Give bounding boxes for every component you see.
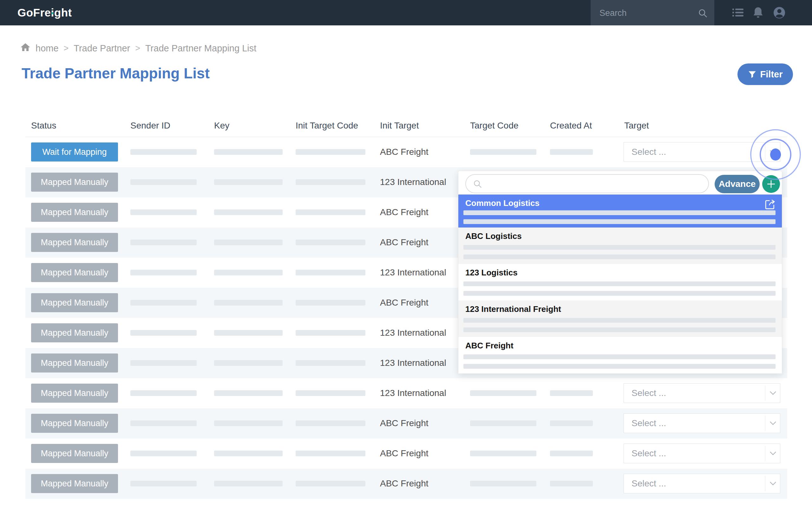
init-target-value: ABC Freight xyxy=(380,418,428,428)
chevron-down-icon[interactable] xyxy=(769,421,776,427)
target-select[interactable]: Select ... xyxy=(624,443,780,463)
add-new-target-button[interactable] xyxy=(762,175,780,193)
dropdown-search-input[interactable] xyxy=(488,175,702,193)
sender-id-placeholder-bar xyxy=(130,179,197,185)
init-target-code-placeholder-bar xyxy=(296,209,365,215)
status-badge[interactable]: Mapped Manually xyxy=(31,323,118,342)
dropdown-option[interactable]: ABC Logistics xyxy=(458,227,782,264)
init-target-value: ABC Freight xyxy=(380,298,428,308)
home-icon[interactable] xyxy=(20,43,31,54)
target-select[interactable]: Select ... xyxy=(624,414,780,433)
option-placeholder-bar xyxy=(463,291,775,296)
status-badge[interactable]: Mapped Manually xyxy=(31,173,118,192)
status-badge[interactable]: Mapped Manually xyxy=(31,444,118,463)
global-search-input[interactable] xyxy=(599,0,695,26)
bell-icon[interactable] xyxy=(749,0,768,26)
init-target-code-placeholder-bar xyxy=(296,179,365,185)
breadcrumb-current-page: Trade Partner Mapping List xyxy=(145,43,256,54)
status-badge[interactable]: Mapped Manually xyxy=(31,414,118,433)
option-placeholder-bar xyxy=(463,210,775,215)
table-row: Mapped Manually ABC Freight Select ... xyxy=(26,469,787,499)
chevron-down-icon[interactable] xyxy=(769,150,776,156)
top-nav-bar: GoFreight xyxy=(0,0,812,26)
target-select-placeholder: Select ... xyxy=(632,142,666,162)
target-select[interactable]: Select ... xyxy=(624,474,780,494)
dropdown-search-box[interactable] xyxy=(465,174,709,193)
key-placeholder-bar xyxy=(214,179,283,185)
init-target-value: ABC Freight xyxy=(380,237,428,248)
plus-icon xyxy=(766,179,776,189)
advance-button-label: Advance xyxy=(719,179,756,189)
init-target-code-placeholder-bar xyxy=(296,360,365,366)
table-header-row: StatusSender IDKeyInit Target CodeInit T… xyxy=(26,118,787,136)
dropdown-option[interactable]: Common Logistics xyxy=(458,195,782,227)
table-row: Mapped Manually 123 International Select… xyxy=(26,378,787,408)
column-header: Created At xyxy=(550,121,592,131)
column-header: Init Target Code xyxy=(296,121,358,131)
init-target-value: ABC Freight xyxy=(380,147,428,157)
dropdown-option[interactable]: 123 International Freight xyxy=(458,300,782,337)
dropdown-option-name: ABC Logistics xyxy=(465,231,522,241)
key-placeholder-bar xyxy=(214,209,283,215)
init-target-code-placeholder-bar xyxy=(296,330,365,336)
filter-button-label: Filter xyxy=(760,69,783,80)
breadcrumb-home[interactable]: home xyxy=(36,43,59,54)
select-divider xyxy=(765,446,765,461)
filter-button[interactable]: Filter xyxy=(737,64,793,85)
chevron-down-icon[interactable] xyxy=(769,481,776,487)
option-placeholder-bar xyxy=(463,219,775,224)
gofreight-logo[interactable]: GoFreight xyxy=(17,0,72,26)
breadcrumb-trade-partner[interactable]: Trade Partner xyxy=(74,43,130,54)
init-target-value: ABC Freight xyxy=(380,448,428,459)
dropdown-option-name: 123 Logistics xyxy=(465,268,517,278)
key-placeholder-bar xyxy=(214,451,283,456)
target-select-placeholder: Select ... xyxy=(632,474,666,493)
column-header: Sender ID xyxy=(130,121,170,131)
target-select[interactable]: Select ... xyxy=(624,383,780,403)
external-link-icon[interactable] xyxy=(764,198,776,212)
init-target-value: 123 International xyxy=(380,177,446,187)
status-badge[interactable]: Wait for Mapping xyxy=(31,142,118,162)
status-badge[interactable]: Mapped Manually xyxy=(31,263,118,282)
sender-id-placeholder-bar xyxy=(130,149,197,155)
init-target-code-placeholder-bar xyxy=(296,240,365,245)
init-target-value: ABC Freight xyxy=(380,478,428,489)
option-placeholder-bar xyxy=(463,254,775,259)
init-target-code-placeholder-bar xyxy=(296,481,365,486)
target-select-placeholder: Select ... xyxy=(632,384,666,403)
advance-button[interactable]: Advance xyxy=(715,175,760,193)
dropdown-option[interactable]: 123 Logistics xyxy=(458,264,782,300)
status-badge[interactable]: Mapped Manually xyxy=(31,384,118,403)
option-placeholder-bar xyxy=(463,328,775,332)
user-avatar-icon[interactable] xyxy=(770,0,789,26)
chevron-down-icon[interactable] xyxy=(769,391,776,397)
init-target-value: 123 International xyxy=(380,267,446,278)
status-badge[interactable]: Mapped Manually xyxy=(31,293,118,312)
list-icon[interactable] xyxy=(729,0,748,26)
sender-id-placeholder-bar xyxy=(130,451,197,456)
column-header: Target Code xyxy=(470,121,518,131)
status-badge[interactable]: Mapped Manually xyxy=(31,203,118,222)
init-target-value: ABC Freight xyxy=(380,207,428,217)
sender-id-placeholder-bar xyxy=(130,330,197,336)
dropdown-option-name: Common Logistics xyxy=(465,198,540,208)
status-badge[interactable]: Mapped Manually xyxy=(31,353,118,373)
target-select-placeholder: Select ... xyxy=(632,414,666,433)
status-badge[interactable]: Mapped Manually xyxy=(31,233,118,252)
search-icon[interactable] xyxy=(698,8,708,20)
column-header: Init Target xyxy=(380,121,419,131)
chevron-down-icon[interactable] xyxy=(769,451,776,457)
status-badge[interactable]: Mapped Manually xyxy=(31,474,118,493)
init-target-value: 123 International xyxy=(380,358,446,368)
key-placeholder-bar xyxy=(214,300,283,305)
created-at-placeholder-bar xyxy=(550,420,593,426)
key-placeholder-bar xyxy=(214,270,283,276)
target-select-dropdown: Advance Common Logistics ABC Logistics xyxy=(458,171,782,373)
init-target-code-placeholder-bar xyxy=(296,300,365,305)
logo-i-dot: i xyxy=(51,6,54,19)
created-at-placeholder-bar xyxy=(550,451,593,456)
dropdown-option[interactable]: ABC Freight xyxy=(458,337,782,374)
global-search-box[interactable] xyxy=(591,0,714,26)
target-select[interactable]: Select ... xyxy=(624,142,780,162)
sender-id-placeholder-bar xyxy=(130,481,197,486)
